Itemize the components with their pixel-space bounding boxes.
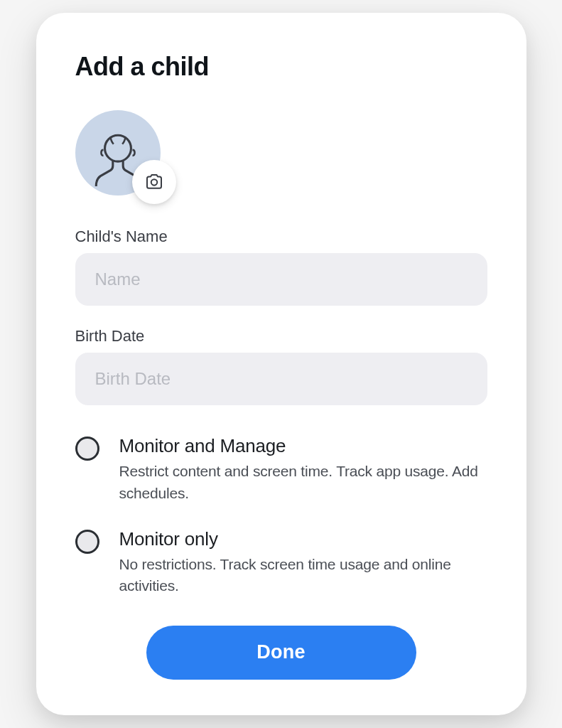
- avatar-section: [75, 110, 161, 196]
- birth-date-field: Birth Date: [75, 327, 487, 405]
- add-child-card: Add a child Child's Name Birth Date: [36, 13, 526, 715]
- mode-options: Monitor and Manage Restrict content and …: [75, 435, 487, 597]
- svg-point-1: [151, 179, 157, 186]
- birth-date-label: Birth Date: [75, 327, 487, 346]
- name-label: Child's Name: [75, 228, 487, 246]
- camera-icon: [144, 171, 165, 193]
- option-monitor-only[interactable]: Monitor only No restrictions. Track scre…: [75, 528, 487, 597]
- option-description: Restrict content and screen time. Track …: [119, 461, 487, 504]
- name-input[interactable]: [75, 253, 487, 306]
- option-title: Monitor only: [119, 528, 487, 550]
- done-button[interactable]: Done: [146, 626, 416, 680]
- option-description: No restrictions. Track screen time usage…: [119, 554, 487, 597]
- option-title: Monitor and Manage: [119, 435, 487, 457]
- birth-date-input[interactable]: [75, 353, 487, 405]
- radio-monitor-manage[interactable]: [75, 437, 99, 461]
- svg-point-0: [104, 135, 131, 161]
- option-text: Monitor only No restrictions. Track scre…: [119, 528, 487, 597]
- camera-button[interactable]: [132, 160, 176, 204]
- name-field: Child's Name: [75, 228, 487, 306]
- option-text: Monitor and Manage Restrict content and …: [119, 435, 487, 504]
- page-title: Add a child: [75, 52, 487, 82]
- option-monitor-manage[interactable]: Monitor and Manage Restrict content and …: [75, 435, 487, 504]
- radio-monitor-only[interactable]: [75, 530, 99, 554]
